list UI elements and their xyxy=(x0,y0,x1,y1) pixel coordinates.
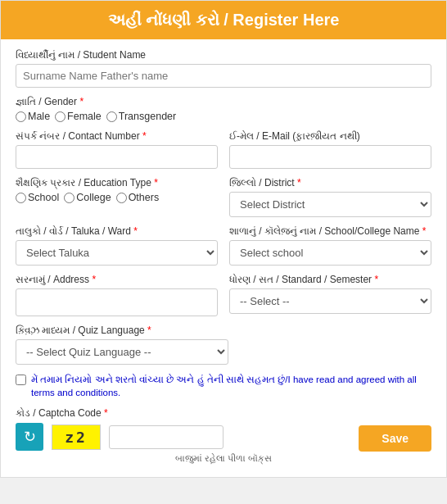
gender-female-radio[interactable] xyxy=(55,111,65,122)
taluka-group: તાલુકો / વોર્ડ / Taluka / Ward * Select … xyxy=(16,225,218,266)
district-select[interactable]: Select District xyxy=(229,192,431,217)
district-group: જ઼િલ્લો / District * Select District xyxy=(229,177,431,217)
contact-email-row: સંપર્ક નંબર / Contact Number * ઈ-મેલ / E… xyxy=(16,130,431,177)
terms-section: મેં તમામ નિયમો અને શરતો વાંચ્યા છે અને હ… xyxy=(16,373,431,399)
gender-male-option[interactable]: Male xyxy=(16,111,50,122)
email-label: ઈ-મેલ / E-Mail (ફ઼ારજ઼ીયત નથી) xyxy=(229,130,431,142)
gender-radio-group: Male Female Transgender xyxy=(16,111,431,122)
address-input[interactable] xyxy=(16,288,218,316)
gender-group: જ્ઞાતિ / Gender * Male Female Transgende… xyxy=(16,96,431,122)
address-label: સરનામું / Address * xyxy=(16,274,218,285)
captcha-image: z2 xyxy=(52,425,101,450)
taluka-label: તાલુકો / વોર્ડ / Taluka / Ward * xyxy=(16,225,218,237)
form-body: વિધ્યાર્થીનું નામ / Student Name જ્ઞાતિ … xyxy=(1,39,446,477)
captcha-refresh-button[interactable]: ↻ xyxy=(16,423,43,451)
gender-label: જ્ઞાતિ / Gender * xyxy=(16,96,431,107)
quiz-language-group: ક઼િવ઼ઝ઼ માધ્યમ / Quiz Language * -- Sele… xyxy=(16,325,431,365)
taluka-school-row: તાલુકો / વોર્ડ / Taluka / Ward * Select … xyxy=(16,225,431,274)
register-form-container: અહીં નોંધણી કરો / Register Here વિધ્યાર્… xyxy=(0,0,447,478)
education-college-option[interactable]: College xyxy=(64,192,111,203)
gender-transgender-option[interactable]: Transgender xyxy=(106,111,176,122)
address-standard-row: સરનામું / Address * ધોરણ / સત / Standard… xyxy=(16,274,431,325)
education-label: શૈક્ષણિક પ્રકાર / Education Type * xyxy=(16,177,218,188)
form-title: અહીં નોંધણી કરો / Register Here xyxy=(9,11,438,30)
gender-female-option[interactable]: Female xyxy=(55,111,102,122)
contact-label: સંપર્ક નંબર / Contact Number * xyxy=(16,130,218,142)
captcha-actions: ↻ z2 Save xyxy=(16,422,431,452)
standard-label: ધોરણ / સત / Standard / Semester * xyxy=(229,274,431,285)
education-others-radio[interactable] xyxy=(116,193,127,203)
save-button[interactable]: Save xyxy=(359,425,431,452)
standard-select[interactable]: -- Select -- xyxy=(229,288,431,314)
student-name-input[interactable] xyxy=(16,64,431,88)
student-name-group: વિધ્યાર્થીનું નામ / Student Name xyxy=(16,49,431,88)
address-group: સરનામું / Address * xyxy=(16,274,218,316)
standard-group: ધોરણ / સત / Standard / Semester * -- Sel… xyxy=(229,274,431,316)
education-school-radio[interactable] xyxy=(16,193,26,203)
quiz-language-label: ક઼િવ઼ઝ઼ માધ્યમ / Quiz Language * xyxy=(16,325,431,336)
terms-checkbox[interactable] xyxy=(16,375,26,385)
education-college-radio[interactable] xyxy=(64,193,74,203)
captcha-label: કોડ / Captcha Code * xyxy=(16,407,431,419)
school-group: શાળાનું / કૉલેજ઼નું નામ / School/College… xyxy=(229,225,431,266)
district-label: જ઼િલ્લો / District * xyxy=(229,177,431,188)
captcha-input[interactable] xyxy=(109,425,224,449)
school-select[interactable]: Select school xyxy=(229,240,431,266)
captcha-section: કોડ / Captcha Code * ↻ z2 Save બાજ઼ુમાં … xyxy=(16,407,431,464)
school-label: શાળાનું / કૉલેજ઼નું નામ / School/College… xyxy=(229,225,431,237)
contact-input[interactable] xyxy=(16,145,218,169)
quiz-language-select[interactable]: -- Select Quiz Language -- xyxy=(16,339,228,365)
education-group: શૈક્ષણિક પ્રકાર / Education Type * Schoo… xyxy=(16,177,218,217)
education-others-option[interactable]: Others xyxy=(116,192,160,203)
contact-group: સંપર્ક નંબર / Contact Number * xyxy=(16,130,218,169)
student-name-label: વિધ્યાર્થીનું નામ / Student Name xyxy=(16,49,431,61)
education-district-row: શૈક્ષણિક પ્રકાર / Education Type * Schoo… xyxy=(16,177,431,225)
email-input[interactable] xyxy=(229,145,431,169)
email-group: ઈ-મેલ / E-Mail (ફ઼ારજ઼ીયત નથી) xyxy=(229,130,431,169)
education-school-option[interactable]: School xyxy=(16,192,59,203)
gender-male-radio[interactable] xyxy=(16,111,26,122)
terms-label[interactable]: મેં તમામ નિયમો અને શરતો વાંચ્યા છે અને હ… xyxy=(16,373,431,399)
terms-text: મેં તમામ નિયમો અને શરતો વાંચ્યા છે અને હ… xyxy=(31,373,431,399)
education-radio-group: School College Others xyxy=(16,192,218,203)
form-header: અહીં નોંધણી કરો / Register Here xyxy=(1,1,446,39)
gender-transgender-radio[interactable] xyxy=(106,111,117,122)
captcha-bottom-label: બાજ઼ુમાં રહ઼ેલા પીળા બૉક઼્સ xyxy=(16,453,431,464)
taluka-select[interactable]: Select Taluka xyxy=(16,240,218,266)
